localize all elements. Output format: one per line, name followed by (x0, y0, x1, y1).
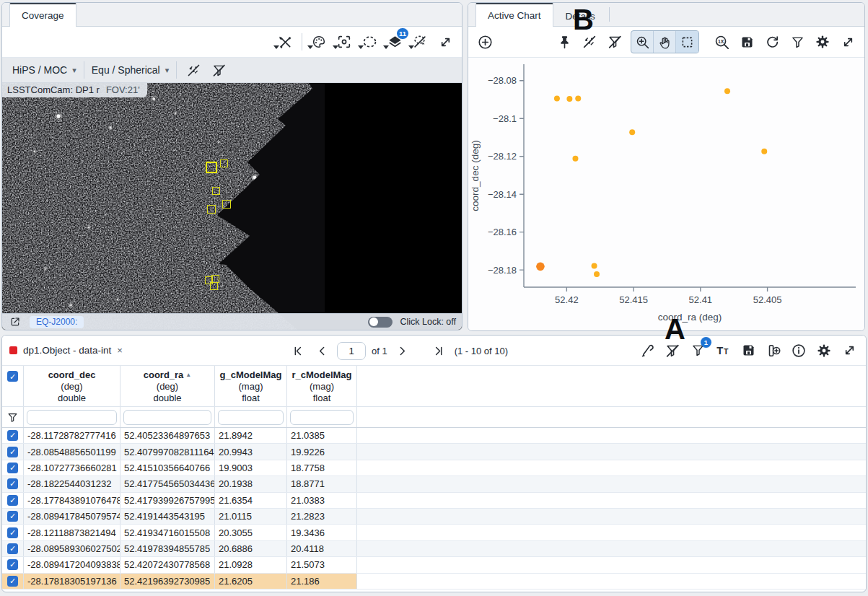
filter-icon[interactable] (788, 31, 807, 53)
table-row[interactable]: ✓-28.08958930602750252.4197839485578520.… (2, 541, 866, 557)
row-checkbox[interactable]: ✓ (7, 511, 18, 522)
column-filter-input-r_cModelMag[interactable] (290, 410, 354, 425)
box-select-icon[interactable] (676, 31, 698, 53)
scatter-chart[interactable]: 52.4252.41552.4152.405−28.08−28.1−28.12−… (468, 58, 864, 330)
data-point[interactable] (761, 149, 767, 154)
table-row[interactable]: ✓-28.17784389107647852.41793992675799521… (2, 493, 866, 509)
refresh-icon[interactable] (763, 31, 781, 53)
column-header-coord_ra[interactable]: coord_ra▲(deg)double (120, 366, 215, 406)
tab-active-chart[interactable]: Active Chart (475, 3, 553, 27)
zoom-in-icon[interactable] (631, 31, 654, 53)
first-page-icon[interactable] (288, 340, 307, 361)
selection-options-icon[interactable] (638, 340, 657, 361)
row-checkbox[interactable]: ✓ (7, 576, 18, 587)
source-marker[interactable] (212, 187, 220, 195)
lasso-select-icon[interactable] (360, 31, 379, 53)
annotation-letter-a: A (665, 315, 685, 343)
source-marker[interactable] (220, 159, 228, 167)
last-page-icon[interactable] (430, 340, 449, 361)
prev-page-icon[interactable] (312, 340, 331, 361)
gear-icon[interactable] (815, 340, 833, 361)
row-select-cell: ✓ (2, 428, 24, 443)
zoom-1x-icon[interactable] (712, 31, 731, 53)
table-row[interactable]: ✓-28.08941784507957452.419144354319521.0… (2, 509, 866, 525)
save-icon[interactable] (737, 31, 756, 53)
table-row[interactable]: ✓-28.1072773666028152.4151035664076619.9… (2, 460, 866, 476)
info-icon[interactable] (789, 340, 808, 361)
source-marker[interactable] (210, 282, 218, 290)
tools-icon[interactable] (276, 31, 294, 53)
data-point[interactable] (629, 129, 635, 135)
tab-coverage[interactable]: Coverage (9, 3, 76, 27)
column-unit: (deg) (61, 381, 82, 393)
row-checkbox[interactable]: ✓ (7, 559, 18, 570)
table-row[interactable]: ✓-28.1172878277741652.4052336489765321.8… (2, 428, 866, 444)
add-column-icon[interactable] (764, 340, 783, 361)
page-number-input[interactable] (337, 342, 366, 360)
data-point[interactable] (572, 156, 578, 162)
expand-icon[interactable] (436, 31, 455, 53)
select-all-checkbox[interactable]: ✓ (7, 371, 18, 382)
save-icon[interactable] (739, 340, 758, 361)
source-marker[interactable] (206, 162, 217, 173)
star (152, 97, 155, 100)
projection-dropdown[interactable]: Equ / Spherical▾ (92, 64, 169, 76)
column-type: float (313, 393, 331, 404)
column-filter-input-g_cModelMag[interactable] (218, 410, 284, 425)
filter-icon[interactable]: 1 (688, 340, 707, 361)
click-lock-toggle[interactable] (368, 317, 393, 328)
gear-icon[interactable] (813, 31, 832, 53)
unselect-icon[interactable] (411, 31, 429, 53)
next-page-icon[interactable] (393, 340, 412, 361)
filter-off-icon[interactable] (209, 59, 228, 81)
tab-active-chart-label: Active Chart (488, 10, 541, 21)
table-row[interactable]: ✓-28.1781830519713652.4219639273098521.6… (2, 574, 866, 590)
row-checkbox[interactable]: ✓ (7, 527, 18, 538)
column-header-r_cModelMag[interactable]: r_cModelMag(mag)float (287, 366, 357, 406)
external-link-icon[interactable] (8, 315, 22, 329)
points-off-icon[interactable] (184, 59, 203, 81)
fov-label: FOV:21' (106, 84, 140, 95)
column-header-coord_dec[interactable]: coord_dec(deg)double (24, 366, 120, 406)
column-filter-input-coord_ra[interactable] (123, 410, 211, 425)
text-view-icon[interactable] (714, 340, 732, 361)
table-cell: 52.41978394855785 (120, 541, 215, 556)
data-point[interactable] (592, 263, 597, 268)
expand-icon[interactable] (838, 31, 857, 53)
data-point[interactable] (724, 88, 730, 94)
pan-hand-icon[interactable] (654, 31, 676, 53)
recenter-icon[interactable] (335, 31, 354, 53)
data-point[interactable] (536, 263, 545, 271)
close-icon[interactable]: × (117, 345, 123, 356)
row-checkbox[interactable]: ✓ (7, 463, 18, 473)
data-point[interactable] (554, 96, 560, 102)
table-row[interactable]: ✓-28.182254403123252.41775456503443620.1… (2, 476, 866, 492)
table-cell: -28.10727736660281 (24, 460, 120, 476)
column-filter-input-coord_dec[interactable] (27, 410, 117, 425)
row-checkbox[interactable]: ✓ (7, 478, 18, 489)
row-checkbox[interactable]: ✓ (7, 447, 18, 457)
source-marker[interactable] (207, 205, 216, 214)
data-point[interactable] (575, 96, 581, 102)
add-chart-icon[interactable] (475, 31, 494, 53)
sky-viewer[interactable]: LSSTComCam: DP1 r FOV:21' EQ-J2000: Clic… (2, 83, 462, 330)
chart-mode-group (631, 30, 699, 53)
column-header-g_cModelMag[interactable]: g_cModelMag(mag)float (215, 366, 287, 406)
data-point[interactable] (594, 271, 600, 277)
data-point[interactable] (566, 96, 572, 102)
row-checkbox[interactable]: ✓ (7, 495, 18, 506)
layers-icon[interactable]: 11 (385, 31, 404, 53)
table-row[interactable]: ✓-28.08941720409383852.4207243077856821.… (2, 557, 866, 573)
table-cell: 52.4191443543195 (120, 509, 215, 524)
filter-off-icon[interactable] (605, 31, 624, 53)
palette-icon[interactable] (310, 31, 328, 53)
pin-icon[interactable] (555, 31, 574, 53)
expand-icon[interactable] (840, 340, 859, 361)
table-row[interactable]: ✓-28.1211887382149452.4193471601550820.3… (2, 525, 866, 540)
hips-moc-dropdown[interactable]: HiPS / MOC▾ (12, 64, 76, 76)
y-tick-label: −28.14 (488, 189, 517, 200)
row-checkbox[interactable]: ✓ (7, 430, 18, 441)
table-row[interactable]: ✓-28.0854885650119952.40799708281116420.… (2, 444, 866, 460)
source-marker[interactable] (222, 200, 231, 209)
row-checkbox[interactable]: ✓ (7, 543, 18, 554)
